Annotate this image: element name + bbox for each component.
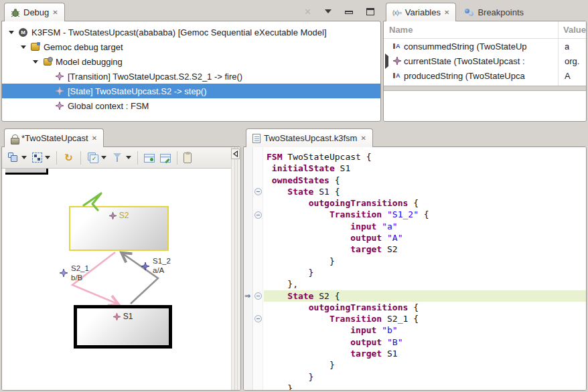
column-header-name[interactable]: Name	[389, 25, 551, 35]
dropdown-arrow-icon[interactable]	[126, 156, 131, 159]
code-line[interactable]: }	[264, 371, 586, 383]
transition-edges	[2, 169, 231, 390]
code-line[interactable]: output "A"	[264, 232, 586, 243]
arrange-all-button[interactable]	[5, 150, 29, 166]
column-header-value[interactable]: Value	[563, 25, 586, 35]
code-token	[382, 233, 387, 243]
code-token: S1	[335, 163, 350, 173]
code-line[interactable]: }	[264, 256, 586, 267]
debug-tree-item[interactable]: Model debugging	[2, 54, 380, 69]
selection-mode-icon	[32, 153, 42, 163]
code-token: S2 {	[313, 291, 340, 301]
variable-row[interactable]: currentState (TwoStateUpcast :org.	[384, 54, 586, 68]
diagram-canvas[interactable]: S2 S1 S2_1 b/B	[2, 169, 231, 390]
fold-collapse-icon[interactable]	[254, 211, 262, 219]
code-line[interactable]: target S2	[264, 243, 586, 255]
code-line[interactable]: Transition "S1_2" {	[264, 209, 586, 220]
string-token: "a"	[382, 221, 397, 231]
variables-tabbar: (x)= Variables ✕ Breakpoints	[383, 1, 587, 21]
tab-diagram[interactable]: *TwoStateUpcast ✕	[4, 128, 104, 147]
view-menu-icon[interactable]	[325, 9, 332, 13]
clipboard-button[interactable]	[181, 150, 194, 166]
annotation-ruler[interactable]: ⇒	[244, 147, 253, 390]
variable-value: a	[558, 41, 569, 52]
dropdown-arrow-icon[interactable]	[45, 156, 50, 159]
refresh-diagram-icon: ↻	[63, 152, 74, 163]
maximize-icon[interactable]	[366, 8, 374, 15]
code-line[interactable]: initialState S1	[264, 163, 586, 174]
fold-collapse-icon[interactable]	[254, 315, 262, 322]
folding-ruler[interactable]	[254, 147, 263, 390]
debug-tabbar: Debug ✕ ✕	[1, 1, 381, 21]
tab-variables[interactable]: (x)= Variables ✕	[386, 3, 456, 21]
tab-k3fsm-close-icon[interactable]: ✕	[360, 135, 366, 142]
code-line[interactable]: State S2 {	[264, 290, 586, 302]
code-token	[267, 244, 350, 254]
code-token	[267, 233, 350, 243]
expand-arrow-icon[interactable]	[9, 31, 14, 34]
debug-tree-item[interactable]: Gemoc debug target	[2, 39, 380, 54]
export-diagram-button[interactable]	[141, 150, 157, 166]
stack-frame-icon	[54, 72, 64, 81]
code-line[interactable]: FSM TwoStateUpcast {	[264, 151, 586, 163]
refresh-diagram-button[interactable]: ↻	[60, 150, 77, 166]
variable-name: consummedString (TwoStateUp	[404, 41, 557, 52]
debug-tree-item-label: Global context : FSM	[68, 101, 149, 111]
tab-debug-close-icon[interactable]: ✕	[52, 9, 58, 16]
minimize-icon[interactable]	[345, 11, 353, 14]
code-line[interactable]: }	[264, 383, 586, 391]
remove-all-terminated-icon[interactable]: ✕	[304, 7, 311, 17]
diagram-editor: *TwoStateUpcast ✕ ↻	[1, 127, 241, 391]
code-line[interactable]: }	[264, 359, 586, 371]
gemoc-model-icon: M	[18, 27, 28, 37]
code-line[interactable]: ownedStates {	[264, 175, 586, 186]
state-node-s1[interactable]: S1	[74, 305, 172, 349]
tab-k3fsm-file[interactable]: TwoStatesUpcast.k3fsm ✕	[246, 128, 373, 147]
code-token: {	[329, 175, 340, 185]
debug-tree-item[interactable]: [Transition] TwoStateUpcast.S2.S2_1 -> f…	[2, 69, 380, 84]
variable-row[interactable]: AproducedString (TwoStateUpcaA	[384, 68, 586, 83]
code-line[interactable]: outgoingTransitions {	[264, 302, 586, 313]
code-token: {	[408, 198, 419, 208]
selection-mode-button[interactable]	[29, 150, 53, 166]
edit-diagram-button[interactable]	[157, 150, 173, 166]
code-line[interactable]: input "a"	[264, 221, 586, 232]
tab-debug[interactable]: Debug ✕	[4, 3, 65, 21]
expand-arrow-icon[interactable]	[33, 60, 38, 64]
code-line[interactable]: Transition S2_1 {	[264, 313, 586, 324]
code-line[interactable]: output "B"	[264, 336, 586, 348]
toolbar-separator	[56, 151, 57, 165]
debug-tree-item[interactable]: Global context : FSM	[2, 98, 380, 113]
code-line[interactable]: },	[264, 278, 586, 290]
dropdown-arrow-icon[interactable]	[101, 156, 106, 159]
layers-button[interactable]	[84, 150, 109, 166]
tab-variables-close-icon[interactable]: ✕	[444, 9, 449, 16]
variable-row[interactable]: AconsummedString (TwoStateUpa	[384, 39, 586, 54]
variables-detail-pane[interactable]	[384, 90, 586, 121]
fold-collapse-icon[interactable]	[254, 292, 262, 300]
debug-tree-item[interactable]: [State] TwoStateUpcast.S2 -> step()	[2, 84, 380, 98]
toolbar-separator	[177, 151, 177, 165]
tab-breakpoints[interactable]: Breakpoints	[459, 3, 530, 21]
string-variable-icon: A	[393, 43, 404, 50]
fold-collapse-icon[interactable]	[254, 188, 262, 195]
transition-label-s1-2[interactable]: S1_2 a/A	[141, 256, 171, 275]
code-line[interactable]: input "b"	[264, 324, 586, 336]
collapse-palette-icon[interactable]	[231, 149, 240, 159]
filters-button[interactable]	[109, 150, 134, 166]
diagram-tabbar: *TwoStateUpcast ✕	[1, 127, 241, 147]
dropdown-arrow-icon[interactable]	[21, 156, 27, 159]
code-token: },	[267, 279, 298, 289]
variable-expander-icon[interactable]	[385, 56, 393, 66]
code-line[interactable]: State S1 {	[264, 186, 586, 197]
code-text-area[interactable]: FSM TwoStateUpcast { initialState S1 own…	[264, 147, 586, 390]
debug-tree-item[interactable]: MK3FSM - TwoStatesUpcast(abababa) [Gemoc…	[2, 25, 380, 39]
palette-strip	[231, 147, 240, 390]
code-token: }	[267, 383, 293, 391]
code-line[interactable]: target S1	[264, 348, 586, 359]
expand-arrow-icon[interactable]	[21, 45, 26, 49]
transition-label-s2-1[interactable]: S2_1 b/B	[60, 264, 89, 282]
code-line[interactable]: outgoingTransitions {	[264, 197, 586, 209]
code-line[interactable]: }	[264, 267, 586, 278]
tab-diagram-close-icon[interactable]: ✕	[92, 135, 97, 142]
